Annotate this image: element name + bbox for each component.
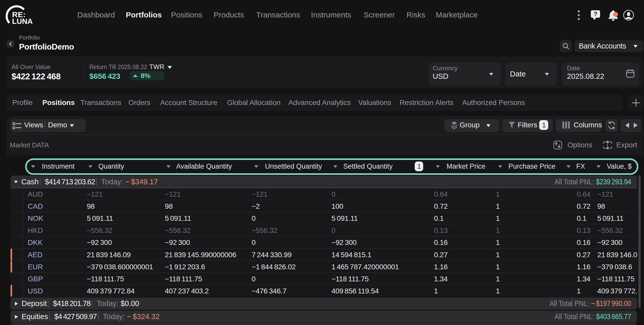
svg-text:LUNA: LUNA [12,17,33,25]
svg-text:?: ? [594,11,597,17]
